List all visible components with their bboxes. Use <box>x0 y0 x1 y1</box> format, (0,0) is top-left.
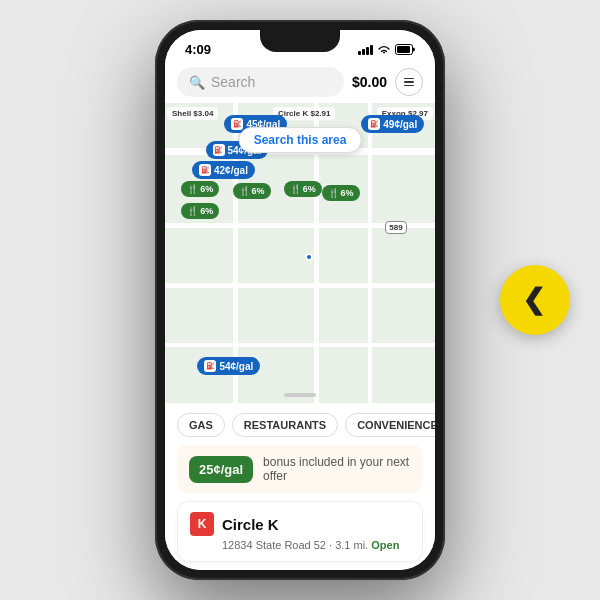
menu-button[interactable] <box>395 68 423 96</box>
fuel-pin-2[interactable]: ⛽ 49¢/gal <box>361 115 424 133</box>
fuel-pin-icon-5: ⛽ <box>204 360 216 372</box>
station-card-header: K Circle K <box>190 512 410 536</box>
search-icon: 🔍 <box>189 75 205 90</box>
restaurant-pin-4[interactable]: 🍴 6% <box>322 185 360 201</box>
scene: 4:09 <box>0 0 600 600</box>
fuel-pin-icon-2: ⛽ <box>368 118 380 130</box>
tab-restaurants[interactable]: RESTAURANTS <box>232 413 338 437</box>
search-this-area-button[interactable]: Search this area <box>239 127 362 153</box>
back-button[interactable]: ❮ <box>500 265 570 335</box>
signal-icon <box>358 45 373 55</box>
hamburger-icon <box>404 78 414 87</box>
search-box[interactable]: 🔍 Search <box>177 67 344 97</box>
chevron-left-icon: ❮ <box>522 286 545 314</box>
station-status: Open <box>371 539 399 551</box>
station-distance: 3.1 mi. <box>335 539 368 551</box>
wifi-icon <box>377 45 391 55</box>
station-logo: K <box>190 512 214 536</box>
restaurant-pin-1[interactable]: 🍴 6% <box>181 181 219 197</box>
filter-tabs: GAS RESTAURANTS CONVENIENCE <box>165 403 435 445</box>
phone-screen: 4:09 <box>165 30 435 570</box>
tab-gas[interactable]: GAS <box>177 413 225 437</box>
fuel-pin-5[interactable]: ⛽ 54¢/gal <box>197 357 260 375</box>
notch <box>260 30 340 52</box>
restaurant-pin-2[interactable]: 🍴 6% <box>233 183 271 199</box>
highway-badge: 589 <box>384 217 408 237</box>
fuel-pin-icon-4: ⛽ <box>199 164 211 176</box>
top-bar: 🔍 Search $0.00 <box>165 61 435 103</box>
phone-shell: 4:09 <box>155 20 445 580</box>
station-card[interactable]: K Circle K 12834 State Road 52 · 3.1 mi.… <box>177 501 423 562</box>
restaurant-pin-5[interactable]: 🍴 6% <box>181 203 219 219</box>
scroll-indicator <box>284 393 316 397</box>
price-display: $0.00 <box>352 74 387 90</box>
svg-rect-1 <box>397 46 410 53</box>
status-time: 4:09 <box>185 42 211 57</box>
status-icons <box>358 44 415 55</box>
station-label-shell: Shell $3.04 <box>167 107 218 120</box>
search-input[interactable]: Search <box>211 74 255 90</box>
station-name: Circle K <box>222 516 279 533</box>
bottom-section: GAS RESTAURANTS CONVENIENCE 25¢/gal bonu… <box>165 403 435 570</box>
restaurant-pin-3[interactable]: 🍴 6% <box>284 181 322 197</box>
fuel-pin-icon-1: ⛽ <box>231 118 243 130</box>
station-info: 12834 State Road 52 · 3.1 mi. Open <box>222 539 410 551</box>
tab-convenience[interactable]: CONVENIENCE <box>345 413 435 437</box>
battery-icon <box>395 44 415 55</box>
bonus-pill: 25¢/gal <box>189 456 253 483</box>
map-area[interactable]: 589 Shell $3.04 Circle K $2.91 Exxon $2.… <box>165 103 435 403</box>
station-address: 12834 State Road 52 <box>222 539 326 551</box>
fuel-pin-icon-3: ⛽ <box>213 144 225 156</box>
bonus-banner: 25¢/gal bonus included in your next offe… <box>177 445 423 493</box>
fuel-pin-4[interactable]: ⛽ 42¢/gal <box>192 161 255 179</box>
bonus-text: bonus included in your next offer <box>263 455 411 483</box>
